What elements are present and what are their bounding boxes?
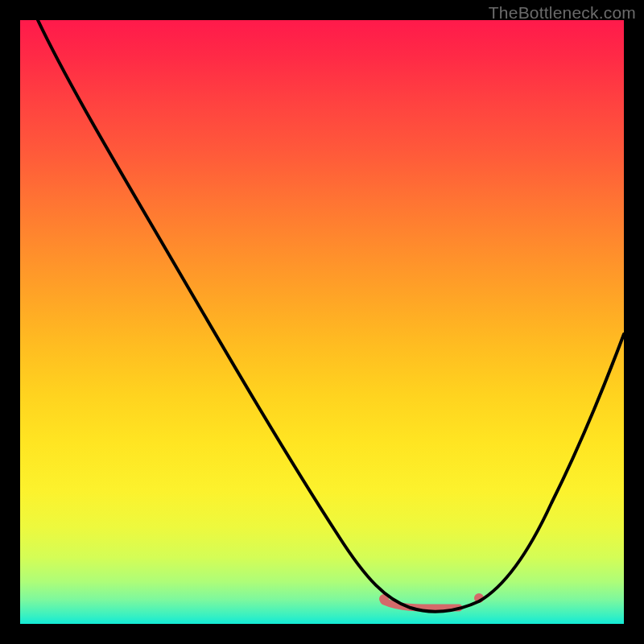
chart-frame: TheBottleneck.com [0, 0, 644, 644]
curve-svg [20, 20, 624, 624]
bottleneck-curve [38, 20, 624, 612]
plot-area [20, 20, 624, 624]
